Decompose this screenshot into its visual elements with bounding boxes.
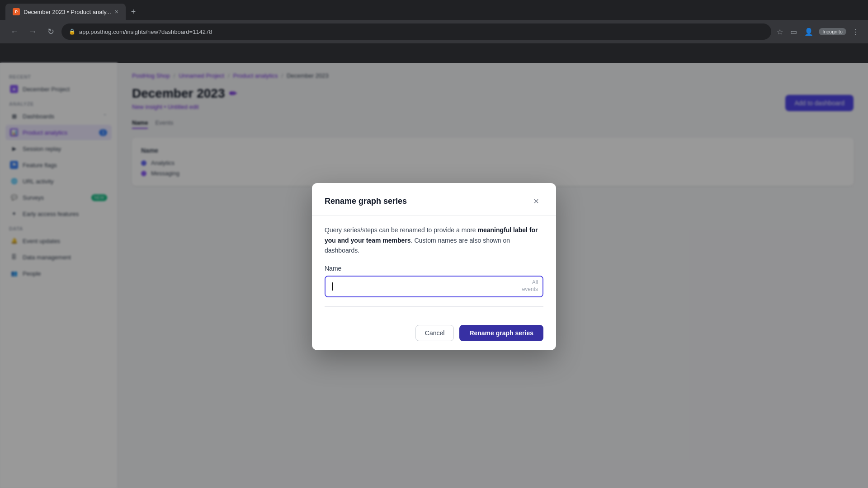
description-normal: Query series/steps can be renamed to pro… <box>325 226 478 234</box>
dialog-header: Rename graph series × <box>312 183 556 216</box>
name-input-wrapper: Allevents <box>325 276 543 297</box>
address-text: app.posthog.com/insights/new?dashboard=1… <box>79 28 212 35</box>
dialog-body: Query series/steps can be renamed to pro… <box>312 216 556 317</box>
bookmark-icon[interactable]: ☆ <box>775 26 785 38</box>
address-bar[interactable]: 🔒 app.posthog.com/insights/new?dashboard… <box>61 23 771 40</box>
dialog-divider <box>325 306 543 307</box>
back-button[interactable]: ← <box>7 24 22 39</box>
profile-icon[interactable]: 👤 <box>802 26 815 38</box>
field-label: Name <box>325 265 543 272</box>
dialog-footer: Cancel Rename graph series <box>312 318 556 350</box>
tab-bar: P December 2023 • Product analy... × + <box>0 0 868 20</box>
rename-dialog: Rename graph series × Query series/steps… <box>312 183 556 350</box>
confirm-button[interactable]: Rename graph series <box>459 325 543 341</box>
dialog-description: Query series/steps can be renamed to pro… <box>325 225 543 255</box>
cast-icon[interactable]: ▭ <box>788 26 799 38</box>
navigation-bar: ← → ↻ 🔒 app.posthog.com/insights/new?das… <box>0 20 868 43</box>
tab-title: December 2023 • Product analy... <box>24 9 111 15</box>
incognito-badge: Incognito <box>819 28 846 35</box>
cancel-button[interactable]: Cancel <box>415 325 454 341</box>
name-input[interactable] <box>326 277 542 296</box>
dialog-title: Rename graph series <box>325 197 407 206</box>
dialog-close-button[interactable]: × <box>529 194 543 208</box>
active-tab[interactable]: P December 2023 • Product analy... × <box>5 4 126 20</box>
tab-close-button[interactable]: × <box>115 8 118 15</box>
reload-button[interactable]: ↻ <box>43 24 58 39</box>
dialog-overlay: Rename graph series × Query series/steps… <box>0 63 868 488</box>
new-tab-button[interactable]: + <box>127 5 140 19</box>
text-cursor <box>332 282 333 291</box>
menu-icon[interactable]: ⋮ <box>850 26 861 38</box>
browser-chrome: P December 2023 • Product analy... × + ←… <box>0 0 868 63</box>
forward-button[interactable]: → <box>25 24 40 39</box>
tab-favicon: P <box>13 8 20 15</box>
nav-actions: ☆ ▭ 👤 Incognito ⋮ <box>775 26 861 38</box>
